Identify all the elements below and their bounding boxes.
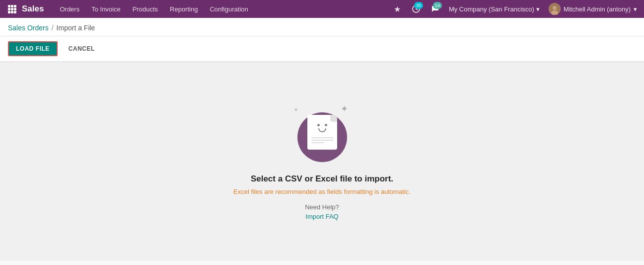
svg-rect-5 (14, 8, 16, 10)
svg-rect-1 (11, 5, 13, 7)
messages-icon[interactable]: 14 (427, 1, 443, 17)
help-text: Need Help? (305, 203, 339, 211)
doc-line-2 (311, 140, 333, 141)
grid-icon[interactable] (4, 1, 20, 17)
user-dropdown-icon: ▾ (634, 5, 637, 13)
svg-rect-6 (8, 11, 10, 13)
avatar (549, 3, 561, 15)
app-name: Sales (22, 4, 44, 14)
nav-to-invoice[interactable]: To Invoice (85, 0, 127, 18)
doc-mouth (318, 128, 326, 132)
doc-eyes (311, 124, 333, 126)
topbar: Sales Orders To Invoice Products Reporti… (0, 0, 644, 18)
main-content: ✦ ✦ Select a CSV or Excel file to impo (0, 62, 644, 261)
import-subtitle: Excel files are recommended as fields fo… (233, 188, 411, 195)
svg-rect-4 (11, 8, 13, 10)
illustration-circle (297, 112, 347, 162)
doc-line-1 (311, 137, 333, 138)
user-menu[interactable]: Mitchell Admin (antony) ▾ (546, 3, 640, 15)
top-nav: Orders To Invoice Products Reporting Con… (54, 0, 254, 18)
clock-notifications-icon[interactable]: 35 (408, 1, 424, 17)
messages-badge: 14 (433, 2, 442, 9)
svg-rect-2 (14, 5, 16, 7)
doc-eye-right (325, 124, 327, 126)
svg-rect-3 (8, 8, 10, 10)
breadcrumb-separator: / (52, 24, 54, 32)
action-bar: LOAD FILE CANCEL (0, 36, 644, 62)
topbar-right: ★ 35 14 My Company (San Francisco) ▾ (389, 1, 640, 17)
doc-lines (311, 137, 333, 145)
document-icon (307, 115, 337, 150)
doc-face (311, 124, 333, 132)
cancel-button[interactable]: CANCEL (62, 42, 102, 55)
company-name: My Company (San Francisco) (449, 5, 534, 13)
svg-rect-7 (11, 11, 13, 13)
company-dropdown-icon: ▾ (536, 5, 540, 13)
load-file-button[interactable]: LOAD FILE (8, 41, 58, 56)
nav-orders[interactable]: Orders (54, 0, 85, 18)
nav-reporting[interactable]: Reporting (164, 0, 204, 18)
import-title: Select a CSV or Excel file to import. (251, 174, 393, 184)
breadcrumb-parent[interactable]: Sales Orders (8, 24, 49, 32)
svg-rect-0 (8, 5, 10, 7)
sparkle-left-icon: ✦ (293, 106, 298, 113)
import-faq-link[interactable]: Import FAQ (305, 213, 338, 220)
nav-configuration[interactable]: Configuration (204, 0, 254, 18)
breadcrumb-current: Import a File (57, 24, 95, 32)
breadcrumb-bar: Sales Orders / Import a File (0, 18, 644, 36)
company-switcher[interactable]: My Company (San Francisco) ▾ (446, 5, 543, 13)
notifications-badge: 35 (414, 2, 423, 9)
user-name: Mitchell Admin (antony) (564, 5, 631, 13)
star-icon[interactable]: ★ (389, 1, 405, 17)
doc-eye-left (317, 124, 320, 126)
import-illustration: ✦ ✦ (292, 102, 352, 162)
sparkle-icon: ✦ (341, 103, 348, 114)
svg-rect-8 (14, 11, 16, 13)
doc-line-3 (311, 142, 324, 143)
svg-point-11 (553, 6, 557, 10)
nav-products[interactable]: Products (127, 0, 164, 18)
